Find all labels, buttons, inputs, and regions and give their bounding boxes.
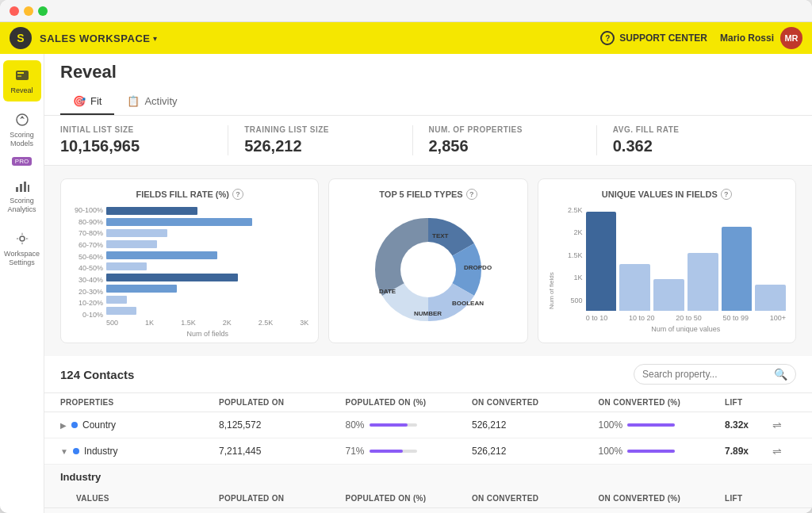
stat-value: 10,156,965 xyxy=(60,137,212,155)
minimize-button[interactable] xyxy=(24,6,33,16)
stat-avg-fill-rate: AVG. FILL RATE 0.362 xyxy=(613,125,780,155)
fit-icon: 🎯 xyxy=(73,95,86,107)
close-button[interactable] xyxy=(10,6,19,16)
workspace-label[interactable]: SALES WORKSPACE xyxy=(40,33,150,44)
stat-value: 0.362 xyxy=(613,137,764,155)
support-center-button[interactable]: ? SUPPORT CENTER xyxy=(600,31,707,45)
dot-indicator xyxy=(71,422,78,428)
maximize-button[interactable] xyxy=(38,6,48,16)
sub-col-lift: LIFT xyxy=(725,494,772,503)
stat-value: 2,856 xyxy=(429,137,580,155)
cell-populated-pct: 80% xyxy=(346,419,473,431)
hist-bar xyxy=(755,285,786,311)
page-header: Reveal 🎯 Fit 📋 Activity xyxy=(44,54,812,116)
nav-logo: S xyxy=(10,27,32,49)
col-lift: LIFT xyxy=(725,398,772,407)
info-icon[interactable]: ? xyxy=(466,189,477,200)
charts-area: FIELDS FILL RATE (%) ? 90-100%80-90%70-8… xyxy=(44,166,812,356)
row-collapse-toggle[interactable]: ▼ xyxy=(60,447,68,456)
sidebar-item-label: Workspace Settings xyxy=(4,250,40,267)
stat-label: AVG. FILL RATE xyxy=(613,125,764,134)
unique-values-chart-title: UNIQUE VALUES IN FIELDS ? xyxy=(548,189,786,200)
sidebar-item-label: Reveal xyxy=(10,86,33,95)
search-icon: 🔍 xyxy=(774,368,787,381)
hist-bar xyxy=(653,279,684,311)
filter-icon[interactable]: ⇌ xyxy=(772,419,796,431)
table-row: ▼ Industry 7,211,445 71% 526,212 100% 7. xyxy=(44,438,812,465)
y-axis: 2.5K2K1.5K1K500 xyxy=(558,206,586,333)
x-axis: 5001K1.5K2K2.5K3K xyxy=(106,316,308,327)
hist-bar xyxy=(586,212,617,311)
col-on-converted: ON CONVERTED xyxy=(472,398,599,407)
cell-on-converted: 526,212 xyxy=(472,419,599,431)
sub-col-populated-on: POPULATED ON xyxy=(219,494,346,503)
filter-icon[interactable]: ⇌ xyxy=(772,445,796,457)
row-expand-toggle[interactable]: ▶ xyxy=(60,421,67,430)
stat-initial-list-size: INITIAL LIST SIZE 10,156,965 xyxy=(60,125,228,155)
sidebar-item-reveal[interactable]: Reveal xyxy=(3,60,41,101)
settings-icon xyxy=(13,230,31,247)
sidebar-item-scoring-models[interactable]: Scoring Models xyxy=(3,105,41,155)
stats-row: INITIAL LIST SIZE 10,156,965 TRAINING LI… xyxy=(44,116,812,166)
activity-icon: 📋 xyxy=(127,95,140,107)
hist-bar xyxy=(688,253,718,311)
sub-column-headers: VALUES POPULATED ON POPULATED ON (%) ON … xyxy=(44,489,812,508)
sub-table-row: Software as a Service 3,284 58% 1,468 64… xyxy=(44,508,812,513)
hist-bars xyxy=(586,206,786,311)
table-header: 124 Contacts 🔍 xyxy=(44,356,812,393)
fill-rate-chart-title: FIELDS FILL RATE (%) ? xyxy=(71,189,308,200)
info-icon[interactable]: ? xyxy=(721,189,732,200)
cell-lift: 7.89x xyxy=(725,446,772,457)
svg-rect-6 xyxy=(24,182,26,192)
pro-badge: PRO xyxy=(12,157,32,166)
info-icon[interactable]: ? xyxy=(232,189,243,200)
table-area: 124 Contacts 🔍 PROPERTIES POPULATED ON P… xyxy=(44,356,812,513)
cell-converted-pct: 100% xyxy=(599,419,726,431)
top-nav: S SALES WORKSPACE ▾ ? SUPPORT CENTER Mar… xyxy=(0,22,812,54)
svg-point-8 xyxy=(20,236,25,241)
svg-text:DATE: DATE xyxy=(379,288,396,295)
stat-label: TRAINING LIST SIZE xyxy=(244,125,396,134)
scoring-models-icon xyxy=(13,111,31,128)
sidebar-item-workspace-settings[interactable]: Workspace Settings xyxy=(3,224,41,274)
cell-lift: 8.32x xyxy=(725,419,772,431)
title-bar xyxy=(0,0,812,22)
bars-container xyxy=(106,206,308,316)
bars-content: 5001K1.5K2K2.5K3K Num of fields xyxy=(106,206,308,333)
svg-text:TEXT: TEXT xyxy=(432,232,449,239)
cell-on-converted: 526,212 xyxy=(472,446,599,457)
svg-rect-4 xyxy=(16,187,18,192)
hist-content: 0 to 1010 to 2020 to 5050 to 99100+ Num … xyxy=(586,206,786,333)
x-axis-label: Num of fields xyxy=(106,330,308,338)
tabs: 🎯 Fit 📋 Activity xyxy=(60,89,796,115)
avatar[interactable]: MR xyxy=(780,27,802,49)
chevron-down-icon[interactable]: ▾ xyxy=(153,34,157,43)
col-properties: PROPERTIES xyxy=(60,398,219,407)
analytics-icon xyxy=(13,177,31,194)
sub-section: Industry VALUES POPULATED ON POPULATED O… xyxy=(44,465,812,513)
tab-activity[interactable]: 📋 Activity xyxy=(114,89,190,115)
sidebar: Reveal Scoring Models PRO xyxy=(0,54,44,513)
search-box[interactable]: 🔍 xyxy=(634,364,796,385)
tab-fit[interactable]: 🎯 Fit xyxy=(60,89,114,115)
sub-col-on-converted: ON CONVERTED xyxy=(472,494,599,503)
svg-point-9 xyxy=(400,242,456,297)
contacts-count: 124 Contacts xyxy=(60,368,634,381)
table-column-headers: PROPERTIES POPULATED ON POPULATED ON (%)… xyxy=(44,393,812,412)
stat-label: NUM. OF PROPERTIES xyxy=(429,125,580,134)
row-name: ▶ Country xyxy=(60,419,219,431)
row-name: ▼ Industry xyxy=(60,446,219,457)
col-populated-on: POPULATED ON xyxy=(219,398,346,407)
search-input[interactable] xyxy=(642,369,769,380)
svg-text:BOOLEAN: BOOLEAN xyxy=(452,300,484,307)
svg-rect-2 xyxy=(17,75,21,77)
dot-indicator xyxy=(73,448,79,454)
app-window: S SALES WORKSPACE ▾ ? SUPPORT CENTER Mar… xyxy=(0,0,812,513)
svg-text:DROPDOWN: DROPDOWN xyxy=(464,264,492,271)
hist-bar xyxy=(619,264,650,311)
cell-populated-on: 7,211,445 xyxy=(219,446,346,457)
sidebar-item-scoring-analytics[interactable]: Scoring Analytics xyxy=(3,170,41,220)
question-icon: ? xyxy=(600,31,615,45)
hist-bar xyxy=(722,227,753,311)
sub-section-title: Industry xyxy=(44,465,812,489)
